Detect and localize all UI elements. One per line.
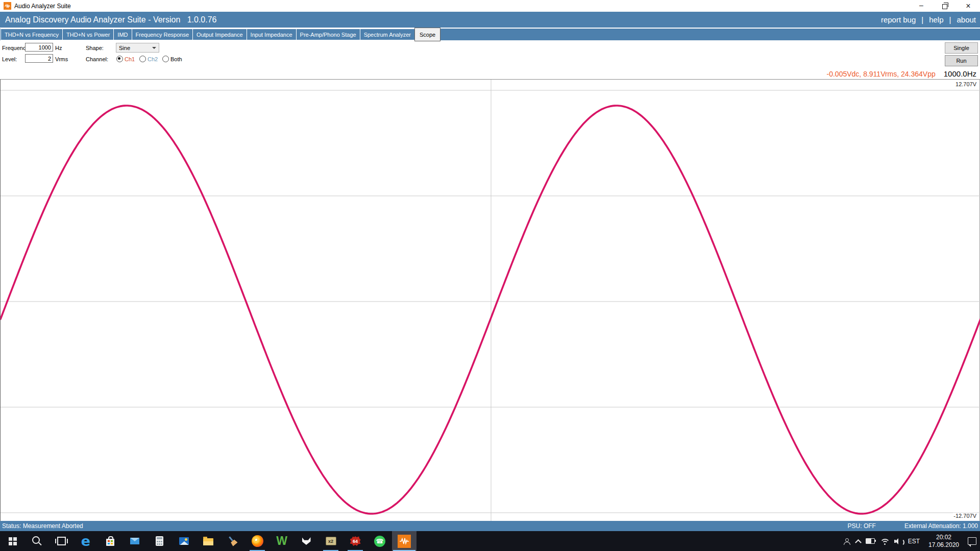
status-text: Status: Measurement Aborted bbox=[2, 522, 83, 530]
scope-ymax-label: 12.707V bbox=[955, 81, 977, 87]
audio-analyzer-icon bbox=[398, 535, 411, 548]
taskbar-item-store[interactable] bbox=[98, 531, 122, 551]
w-app-icon: W bbox=[276, 535, 287, 547]
psu-status: PSU: OFF bbox=[848, 522, 876, 530]
taskbar-item-w-app[interactable]: W bbox=[270, 531, 294, 551]
close-button[interactable]: × bbox=[957, 0, 980, 12]
frequency-unit: Hz bbox=[55, 45, 62, 51]
taskbar-item-audio-analyzer[interactable] bbox=[392, 531, 416, 551]
system-tray: EST 20:02 17.06.2020 bbox=[843, 531, 980, 551]
chevron-down-icon bbox=[152, 47, 156, 49]
generator-controls: Frequency: Hz Shape: Sine Level: Vrms Ch… bbox=[0, 40, 980, 79]
clock-date: 17.06.2020 bbox=[928, 541, 959, 549]
window-title: Audio Analyzer Suite bbox=[14, 3, 71, 10]
wifi-icon[interactable] bbox=[880, 538, 889, 545]
tab-thdn-vs-frequency[interactable]: THD+N vs Frequency bbox=[1, 29, 63, 40]
single-button[interactable]: Single bbox=[945, 42, 978, 54]
action-center-icon[interactable] bbox=[968, 537, 976, 545]
about-link[interactable]: about bbox=[957, 15, 976, 24]
header-links: report bug | help | about bbox=[881, 15, 976, 24]
scope-plot: 12.707V -12.707V bbox=[0, 79, 980, 521]
firefox-icon bbox=[252, 535, 263, 547]
language-indicator[interactable]: EST bbox=[908, 538, 920, 545]
whatsapp-icon: ☎ bbox=[374, 536, 385, 547]
status-bar: Status: Measurement Aborted PSU: OFF Ext… bbox=[0, 521, 980, 531]
channel-ch2-radio[interactable] bbox=[139, 56, 146, 62]
shape-value: Sine bbox=[119, 45, 130, 51]
tab-output-impedance[interactable]: Output Impedance bbox=[192, 29, 247, 40]
external-attenuation: External Attenuation: 1.000 bbox=[904, 522, 978, 530]
task-view-icon bbox=[57, 537, 66, 545]
channel-label: Channel: bbox=[86, 56, 108, 62]
taskbar-item-whatsapp[interactable]: ☎ bbox=[368, 531, 392, 551]
file-explorer-icon bbox=[203, 538, 213, 545]
volume-icon[interactable] bbox=[894, 538, 903, 544]
battery-icon[interactable] bbox=[866, 538, 875, 544]
tab-imd[interactable]: IMD bbox=[113, 29, 132, 40]
taskbar-item-app-64[interactable]: 64 bbox=[343, 531, 368, 551]
edge-icon: e bbox=[81, 534, 90, 548]
shape-label: Shape: bbox=[86, 45, 104, 51]
tab-frequency-response[interactable]: Frequency Response bbox=[132, 29, 193, 40]
tab-thdn-vs-power[interactable]: THD+N vs Power bbox=[62, 29, 114, 40]
channel-ch1-label[interactable]: Ch1 bbox=[125, 56, 135, 62]
task-view-button[interactable] bbox=[49, 531, 74, 551]
taskbar-item-ccleaner[interactable] bbox=[220, 531, 245, 551]
level-input[interactable] bbox=[25, 54, 53, 63]
windows-start-icon bbox=[9, 537, 12, 541]
channel-both-radio[interactable] bbox=[162, 56, 169, 62]
taskbar: e W x2 64 ☎ EST 20:02 17.06.2020 bbox=[0, 531, 980, 551]
clock-time: 20:02 bbox=[936, 534, 951, 541]
waveform-logo-icon bbox=[5, 4, 10, 9]
title-bar: Audio Analyzer Suite – × bbox=[0, 0, 980, 12]
tab-spectrum-analyzer[interactable]: Spectrum Analyzer bbox=[360, 29, 415, 40]
report-bug-link[interactable]: report bug bbox=[881, 15, 916, 24]
waveform-logo-icon bbox=[400, 538, 409, 545]
tab-input-impedance[interactable]: Input Impedance bbox=[247, 29, 297, 40]
scope-canvas bbox=[1, 80, 980, 521]
taskbar-item-mail[interactable] bbox=[122, 531, 147, 551]
taskbar-search-button[interactable] bbox=[24, 531, 49, 551]
volume-wave bbox=[898, 539, 904, 546]
mail-icon bbox=[130, 538, 139, 544]
run-button[interactable]: Run bbox=[945, 55, 978, 66]
app-64-icon: 64 bbox=[350, 536, 361, 546]
tab-strip: THD+N vs Frequency THD+N vs Power IMD Fr… bbox=[0, 29, 980, 40]
x2-commander-icon: x2 bbox=[326, 537, 336, 545]
store-icon bbox=[106, 539, 114, 546]
maximize-button[interactable] bbox=[933, 0, 957, 12]
tab-preamp-phono-stage[interactable]: Pre-Amp/Phono Stage bbox=[296, 29, 360, 40]
minimize-icon: – bbox=[919, 2, 923, 9]
taskbar-item-file-explorer[interactable] bbox=[196, 531, 220, 551]
frequency-input[interactable] bbox=[25, 43, 53, 52]
channel-ch1-radio[interactable] bbox=[116, 56, 123, 62]
ccleaner-broom-icon bbox=[227, 536, 238, 546]
wifi-dot bbox=[884, 543, 886, 545]
scope-ymin-label: -12.707V bbox=[953, 513, 977, 519]
app-header-title: Analog Discovery Audio Analyzer Suite - … bbox=[5, 15, 216, 24]
chevron-up-icon[interactable] bbox=[855, 539, 862, 546]
clock[interactable]: 20:02 17.06.2020 bbox=[925, 534, 963, 549]
help-link[interactable]: help bbox=[929, 15, 943, 24]
level-unit: Vrms bbox=[55, 56, 68, 62]
shape-select[interactable]: Sine bbox=[116, 43, 159, 53]
taskbar-item-edge[interactable]: e bbox=[74, 531, 98, 551]
taskbar-item-calculator[interactable] bbox=[147, 531, 172, 551]
people-icon[interactable] bbox=[843, 538, 851, 544]
start-button[interactable] bbox=[0, 531, 24, 551]
link-separator: | bbox=[921, 15, 923, 24]
channel-both-label[interactable]: Both bbox=[170, 56, 182, 62]
channel-ch2-label[interactable]: Ch2 bbox=[148, 56, 158, 62]
app-header: Analog Discovery Audio Analyzer Suite - … bbox=[0, 12, 980, 28]
window-controls: – × bbox=[910, 0, 980, 12]
restore-icon bbox=[942, 4, 947, 9]
taskbar-item-photos[interactable] bbox=[172, 531, 196, 551]
measurement-readout-row: -0.005Vdc, 8.911Vrms, 24.364Vpp 1000.0Hz bbox=[827, 69, 976, 78]
taskbar-item-x2-commander[interactable]: x2 bbox=[318, 531, 343, 551]
tab-scope[interactable]: Scope bbox=[414, 28, 440, 41]
taskbar-item-foobar2000[interactable] bbox=[294, 531, 318, 551]
taskbar-item-firefox[interactable] bbox=[245, 531, 270, 551]
minimize-button[interactable]: – bbox=[910, 0, 933, 12]
link-separator: | bbox=[949, 15, 951, 24]
foobar2000-icon bbox=[302, 537, 311, 545]
